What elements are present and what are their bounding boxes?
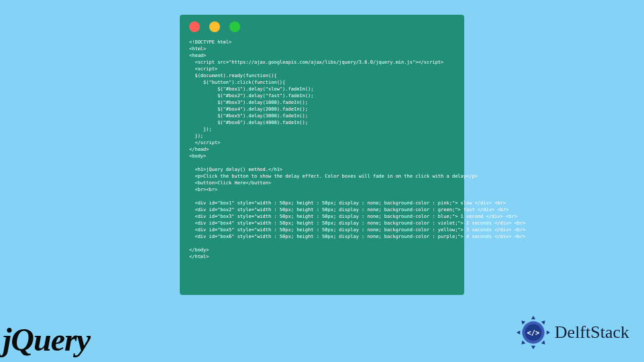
code-content: <!DOCTYPE html> <html> <head> <script sr… bbox=[189, 39, 455, 260]
svg-marker-1 bbox=[541, 319, 547, 324]
delftstack-text: DelftStack bbox=[555, 322, 629, 343]
traffic-lights bbox=[189, 21, 455, 32]
window-dot-green-icon bbox=[229, 21, 240, 32]
code-window: <!DOCTYPE html> <html> <head> <script sr… bbox=[180, 15, 464, 295]
window-dot-red-icon bbox=[189, 21, 200, 32]
svg-text:</>: </> bbox=[527, 328, 539, 337]
delftstack-badge-icon: </> bbox=[516, 315, 551, 350]
svg-marker-6 bbox=[517, 330, 520, 335]
svg-marker-0 bbox=[531, 316, 535, 319]
svg-marker-5 bbox=[520, 341, 525, 346]
window-dot-yellow-icon bbox=[209, 21, 220, 32]
jquery-logo: jQuery bbox=[3, 321, 90, 358]
svg-marker-7 bbox=[520, 319, 525, 324]
svg-marker-2 bbox=[547, 330, 550, 335]
delftstack-logo-block: </> DelftStack bbox=[516, 315, 629, 350]
svg-marker-3 bbox=[541, 341, 547, 346]
svg-marker-4 bbox=[531, 346, 535, 349]
